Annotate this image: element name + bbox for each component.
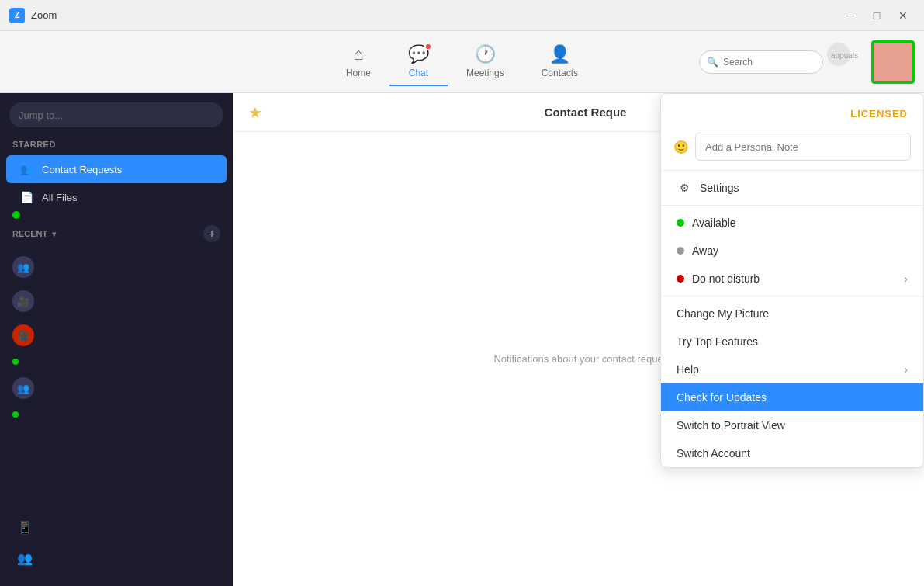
nav-bar: ⌂ Home 💬 Chat 🕐 Meetings 👤 Contacts 🔍 ap… [0, 31, 924, 93]
search-container: 🔍 [699, 50, 823, 74]
settings-label: Settings [700, 182, 908, 194]
try-top-features-menu-item[interactable]: Try Top Features [661, 328, 923, 355]
chat-badge [424, 43, 432, 50]
search-icon: 🔍 [707, 57, 718, 68]
zoom-logo: Z [9, 8, 25, 23]
list-item[interactable]: 🎥 [0, 286, 233, 317]
content-area: ★ Contact Reque Notifications about your… [233, 93, 924, 586]
available-status-dot [677, 219, 684, 227]
close-button[interactable]: ✕ [891, 6, 915, 25]
sidebar-item-all-files[interactable]: 📄 All Files [6, 183, 227, 211]
title-bar-controls: ─ □ ✕ [839, 6, 915, 25]
recent-item-icon-1: 👥 [12, 256, 34, 278]
notification-text: Notifications about your contact reque [493, 353, 663, 365]
personal-note-input[interactable] [695, 133, 911, 161]
starred-section-label: STARRED [0, 137, 233, 155]
all-files-icon: 📄 [19, 189, 34, 205]
away-status-dot [677, 247, 684, 255]
sidebar-item-contact-requests[interactable]: 👥 Contact Requests [6, 155, 227, 183]
recent-label: RECENT [12, 229, 47, 238]
sidebar-recent-items: 👥 🎥 🎥 👥 [0, 248, 233, 425]
tab-home[interactable]: ⌂ Home [327, 38, 389, 86]
switch-account-label: Switch Account [677, 447, 908, 459]
check-updates-menu-item[interactable]: Check for Updates [661, 383, 923, 411]
help-label: Help [677, 363, 896, 376]
sidebar-search-input[interactable] [9, 102, 223, 127]
recent-item-icon-5: 👥 [12, 377, 34, 399]
brand-logo: appuals [823, 39, 870, 73]
app-title: Zoom [31, 9, 57, 21]
available-label: Available [692, 217, 908, 229]
help-chevron-right-icon: › [904, 363, 908, 376]
sidebar-item-contact-requests-label: Contact Requests [42, 164, 122, 175]
away-label: Away [692, 244, 908, 257]
chevron-right-icon: › [904, 272, 908, 285]
main-layout: STARRED 👥 Contact Requests 📄 All Files R… [0, 93, 924, 586]
tab-chat-label: Chat [409, 68, 428, 78]
try-top-features-label: Try Top Features [677, 335, 908, 348]
recent-item-icon-3: 🎥 [12, 324, 34, 346]
personal-note-row: 🙂 [661, 127, 923, 167]
minimize-button[interactable]: ─ [839, 6, 862, 25]
emoji-icon[interactable]: 🙂 [673, 140, 689, 154]
tab-meetings[interactable]: 🕐 Meetings [448, 38, 523, 86]
tab-meetings-label: Meetings [466, 68, 504, 78]
list-item[interactable]: 🎥 [0, 320, 233, 351]
sidebar-bottom-icons: 📱 👥 [0, 508, 233, 577]
list-item [0, 354, 233, 369]
add-recent-button[interactable]: + [203, 225, 220, 242]
do-not-disturb-menu-item[interactable]: Do not disturb › [661, 265, 923, 293]
dnd-status-dot [677, 275, 684, 283]
switch-account-menu-item[interactable]: Switch Account [661, 439, 923, 467]
divider-3 [661, 296, 923, 296]
gear-icon: ⚙ [677, 182, 692, 194]
change-picture-menu-item[interactable]: Change My Picture [661, 300, 923, 328]
chevron-down-icon: ▾ [52, 230, 56, 238]
tab-chat[interactable]: 💬 Chat [389, 38, 448, 86]
away-menu-item[interactable]: Away [661, 237, 923, 265]
dropdown-menu: LICENSED 🙂 ⚙ Settings Available Away [660, 93, 924, 468]
tab-contacts[interactable]: 👤 Contacts [523, 38, 597, 86]
divider-2 [661, 205, 923, 206]
svg-text:appuals: appuals [831, 51, 858, 60]
chat-icon: 💬 [408, 44, 429, 64]
dnd-label: Do not disturb [692, 272, 896, 285]
sidebar-search-container [9, 102, 223, 127]
contact-requests-icon: 👥 [19, 161, 34, 177]
avatar[interactable] [871, 40, 915, 84]
available-menu-item[interactable]: Available [661, 209, 923, 237]
recent-item-icon-2: 🎥 [12, 290, 34, 312]
meetings-icon: 🕐 [475, 44, 496, 64]
sidebar-bottom-icon-team[interactable]: 👥 [12, 546, 37, 570]
title-bar: Z Zoom ─ □ ✕ [0, 0, 924, 31]
title-bar-left: Z Zoom [9, 8, 57, 23]
divider-1 [661, 170, 923, 171]
licensed-badge: LICENSED [850, 108, 908, 120]
change-picture-label: Change My Picture [677, 307, 908, 320]
list-item [0, 407, 233, 422]
contacts-icon: 👤 [549, 44, 570, 64]
portrait-view-label: Switch to Portrait View [677, 419, 908, 432]
list-item[interactable]: 👥 [0, 251, 233, 283]
status-dot-green-2 [12, 411, 19, 418]
tab-contacts-label: Contacts [542, 68, 578, 78]
help-menu-item[interactable]: Help › [661, 355, 923, 383]
content-title: Contact Reque [545, 106, 627, 119]
sidebar-recent-section: RECENT ▾ + [0, 219, 233, 248]
star-icon: ★ [248, 103, 262, 122]
sidebar-bottom-icon-phone[interactable]: 📱 [12, 515, 37, 539]
nav-tabs: ⌂ Home 💬 Chat 🕐 Meetings 👤 Contacts [327, 38, 597, 86]
sidebar-item-all-files-label: All Files [42, 192, 78, 203]
status-dot-green-1 [12, 359, 19, 365]
home-icon: ⌂ [353, 44, 363, 64]
maximize-button[interactable]: □ [865, 6, 888, 25]
settings-menu-item[interactable]: ⚙ Settings [661, 174, 923, 202]
portrait-view-menu-item[interactable]: Switch to Portrait View [661, 411, 923, 439]
recent-label-container[interactable]: RECENT ▾ [12, 229, 56, 238]
sidebar: STARRED 👥 Contact Requests 📄 All Files R… [0, 93, 233, 586]
dropdown-header: LICENSED [661, 94, 923, 127]
check-updates-label: Check for Updates [677, 391, 908, 404]
tab-home-label: Home [346, 68, 371, 78]
sidebar-status-dot-1 [12, 211, 20, 219]
list-item[interactable]: 👥 [0, 373, 233, 404]
